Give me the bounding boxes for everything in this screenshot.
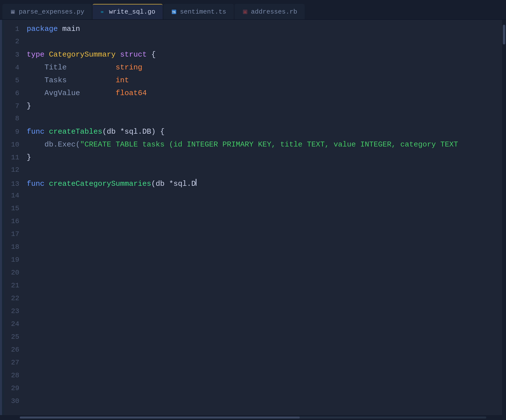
code-line-29: 29	[4, 384, 502, 397]
code-line-7: 7 }	[4, 102, 502, 115]
tab-addresses[interactable]: rb addresses.rb	[235, 4, 305, 19]
line-content-5: Tasks int	[27, 76, 129, 84]
line-content-6: AvgValue float64	[27, 89, 147, 97]
code-line-5: 5 Tasks int	[4, 76, 502, 89]
line-num-2: 2	[9, 38, 27, 45]
code-line-17: 17	[4, 230, 502, 243]
code-line-6: 6 AvgValue float64	[4, 89, 502, 102]
token: func	[27, 180, 44, 188]
code-line-28: 28	[4, 372, 502, 384]
editor-container: py parse_expenses.py ∞ write_sql.go TS s…	[0, 0, 506, 420]
rb-icon: rb	[242, 9, 248, 15]
code-line-19: 19	[4, 256, 502, 269]
line-num-29: 29	[9, 384, 27, 392]
line-content-4: Title string	[27, 63, 142, 72]
code-line-24: 24	[4, 320, 502, 333]
token	[44, 180, 49, 188]
scrollbar-thumb[interactable]	[503, 25, 505, 44]
tab-parse-expenses-label: parse_expenses.py	[19, 8, 84, 16]
line-num-16: 16	[9, 217, 27, 225]
line-num-30: 30	[9, 397, 27, 405]
code-line-15: 15	[4, 205, 502, 217]
code-line-16: 16	[4, 217, 502, 230]
svg-text:py: py	[11, 11, 14, 14]
code-line-3: 3 type CategorySummary struct {	[4, 50, 502, 63]
token: createCategorySummaries	[49, 180, 151, 188]
token	[116, 50, 120, 59]
svg-text:rb: rb	[244, 11, 246, 14]
tab-parse-expenses[interactable]: py parse_expenses.py	[2, 4, 92, 19]
code-line-11: 11 }	[4, 153, 502, 166]
token: struct	[120, 50, 147, 59]
line-num-24: 24	[9, 320, 27, 328]
token: main	[62, 25, 80, 33]
line-num-4: 4	[9, 64, 27, 71]
code-line-9: 9 func createTables(db *sql.DB) {	[4, 127, 502, 140]
token: Tasks	[27, 76, 67, 84]
code-line-1: 1 package main	[4, 25, 502, 38]
tab-sentiment[interactable]: TS sentiment.ts	[164, 4, 233, 19]
bottom-scrollbar[interactable]	[0, 415, 506, 420]
line-content-10: db.Exec("CREATE TABLE tasks (id INTEGER …	[27, 140, 458, 149]
go-icon: ∞	[100, 9, 106, 15]
line-num-6: 6	[9, 89, 27, 97]
line-content-9: func createTables(db *sql.DB) {	[27, 127, 165, 136]
token: type	[27, 50, 44, 59]
code-line-21: 21	[4, 282, 502, 294]
code-line-26: 26	[4, 346, 502, 359]
line-content-1: package main	[27, 25, 80, 33]
token: (db *sql.D	[151, 180, 196, 188]
code-area[interactable]: 1 package main 2 3 type CategorySummary …	[4, 20, 502, 415]
tab-write-sql[interactable]: ∞ write_sql.go	[93, 4, 163, 19]
code-line-10: 10 db.Exec("CREATE TABLE tasks (id INTEG…	[4, 140, 502, 153]
code-line-4: 4 Title string	[4, 63, 502, 76]
code-line-22: 22	[4, 294, 502, 307]
line-num-17: 17	[9, 230, 27, 238]
line-num-11: 11	[9, 154, 27, 161]
code-line-23: 23	[4, 307, 502, 320]
token	[80, 89, 116, 97]
code-line-13: 13 func createCategorySummaries(db *sql.…	[4, 179, 502, 192]
token: {	[147, 50, 156, 59]
scrollbar-thumb-horizontal[interactable]	[20, 417, 300, 419]
line-num-25: 25	[9, 333, 27, 341]
line-content-7: }	[27, 102, 31, 110]
line-num-22: 22	[9, 294, 27, 302]
line-num-14: 14	[9, 192, 27, 199]
line-num-13: 13	[9, 180, 27, 188]
line-num-15: 15	[9, 205, 27, 212]
line-num-20: 20	[9, 269, 27, 276]
line-num-10: 10	[9, 141, 27, 148]
token	[44, 127, 49, 136]
tab-sentiment-label: sentiment.ts	[180, 8, 226, 16]
ts-icon: TS	[171, 9, 177, 15]
code-line-30: 30	[4, 397, 502, 410]
line-num-3: 3	[9, 51, 27, 59]
code-line-14: 14	[4, 192, 502, 205]
text-cursor	[196, 179, 196, 186]
token	[44, 50, 49, 59]
token: "CREATE TABLE tasks (id INTEGER PRIMARY …	[80, 140, 458, 149]
vertical-scrollbar[interactable]	[502, 20, 506, 415]
scrollbar-track-horizontal[interactable]	[20, 417, 486, 419]
line-num-18: 18	[9, 243, 27, 251]
line-content-11: }	[27, 153, 31, 162]
token: db.Exec(	[27, 140, 80, 149]
line-content-13: func createCategorySummaries(db *sql.D	[27, 179, 196, 188]
token	[67, 76, 116, 84]
line-num-28: 28	[9, 372, 27, 379]
token	[58, 25, 62, 33]
code-line-18: 18	[4, 243, 502, 256]
token: float64	[116, 89, 147, 97]
token: CategorySummary	[49, 50, 116, 59]
token: AvgValue	[27, 89, 80, 97]
line-num-8: 8	[9, 115, 27, 122]
svg-text:TS: TS	[172, 11, 176, 14]
line-num-9: 9	[9, 128, 27, 136]
code-line-20: 20	[4, 269, 502, 282]
svg-text:∞: ∞	[101, 9, 104, 14]
token: createTables	[49, 127, 102, 136]
token: int	[116, 76, 129, 84]
token: }	[27, 153, 31, 162]
line-num-26: 26	[9, 346, 27, 354]
